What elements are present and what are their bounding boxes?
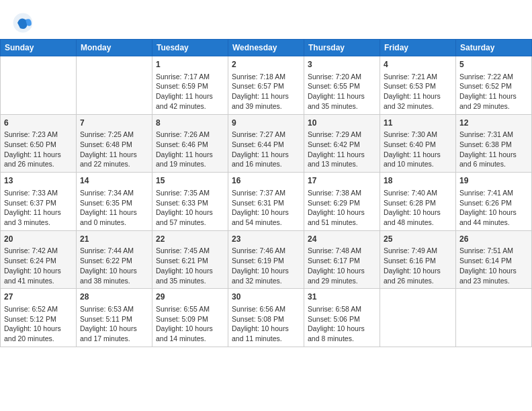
day-info: Sunrise: 7:45 AM Sunset: 6:21 PM Dayligh… bbox=[156, 246, 224, 285]
calendar-cell: 22Sunrise: 7:45 AM Sunset: 6:21 PM Dayli… bbox=[152, 230, 228, 289]
day-info: Sunrise: 7:29 AM Sunset: 6:42 PM Dayligh… bbox=[308, 130, 376, 169]
day-number: 9 bbox=[232, 118, 300, 129]
day-info: Sunrise: 7:26 AM Sunset: 6:46 PM Dayligh… bbox=[156, 130, 224, 169]
day-number: 16 bbox=[232, 175, 300, 187]
calendar-cell: 5Sunrise: 7:22 AM Sunset: 6:52 PM Daylig… bbox=[456, 56, 532, 115]
day-number: 29 bbox=[156, 291, 224, 303]
calendar-cell: 11Sunrise: 7:30 AM Sunset: 6:40 PM Dayli… bbox=[380, 114, 456, 173]
day-info: Sunrise: 6:52 AM Sunset: 5:12 PM Dayligh… bbox=[4, 304, 73, 344]
calendar-cell: 19Sunrise: 7:41 AM Sunset: 6:26 PM Dayli… bbox=[456, 173, 532, 231]
day-number: 2 bbox=[232, 59, 300, 71]
calendar-cell: 21Sunrise: 7:44 AM Sunset: 6:22 PM Dayli… bbox=[77, 230, 152, 289]
day-info: Sunrise: 6:55 AM Sunset: 5:09 PM Dayligh… bbox=[156, 304, 224, 344]
calendar-cell: 20Sunrise: 7:42 AM Sunset: 6:24 PM Dayli… bbox=[1, 230, 77, 289]
calendar-cell: 31Sunrise: 6:58 AM Sunset: 5:06 PM Dayli… bbox=[304, 289, 380, 347]
day-number: 3 bbox=[308, 59, 376, 71]
day-info: Sunrise: 6:56 AM Sunset: 5:08 PM Dayligh… bbox=[232, 304, 300, 344]
day-number: 5 bbox=[459, 59, 528, 71]
page-header bbox=[0, 0, 532, 39]
day-info: Sunrise: 7:20 AM Sunset: 6:55 PM Dayligh… bbox=[308, 72, 376, 111]
day-info: Sunrise: 7:31 AM Sunset: 6:38 PM Dayligh… bbox=[459, 130, 528, 169]
day-number: 6 bbox=[4, 118, 73, 129]
day-info: Sunrise: 7:25 AM Sunset: 6:48 PM Dayligh… bbox=[80, 130, 148, 169]
calendar-cell: 29Sunrise: 6:55 AM Sunset: 5:09 PM Dayli… bbox=[152, 289, 228, 347]
day-info: Sunrise: 7:42 AM Sunset: 6:24 PM Dayligh… bbox=[4, 246, 73, 285]
day-info: Sunrise: 7:22 AM Sunset: 6:52 PM Dayligh… bbox=[459, 72, 528, 111]
day-info: Sunrise: 7:40 AM Sunset: 6:28 PM Dayligh… bbox=[384, 188, 452, 228]
day-info: Sunrise: 7:51 AM Sunset: 6:14 PM Dayligh… bbox=[459, 246, 528, 285]
calendar-cell bbox=[456, 289, 532, 347]
day-number: 7 bbox=[80, 118, 148, 129]
day-number: 26 bbox=[459, 234, 528, 245]
day-info: Sunrise: 7:46 AM Sunset: 6:19 PM Dayligh… bbox=[232, 246, 300, 285]
day-number: 17 bbox=[308, 175, 376, 187]
day-info: Sunrise: 7:41 AM Sunset: 6:26 PM Dayligh… bbox=[459, 188, 528, 228]
calendar-cell: 26Sunrise: 7:51 AM Sunset: 6:14 PM Dayli… bbox=[456, 230, 532, 289]
calendar-cell: 15Sunrise: 7:35 AM Sunset: 6:33 PM Dayli… bbox=[152, 173, 228, 231]
day-number: 19 bbox=[459, 175, 528, 187]
day-number: 15 bbox=[156, 175, 224, 187]
col-monday: Monday bbox=[77, 40, 152, 56]
day-number: 25 bbox=[384, 234, 452, 245]
day-number: 11 bbox=[384, 118, 452, 129]
calendar-cell bbox=[1, 56, 77, 115]
day-number: 8 bbox=[156, 118, 224, 129]
calendar-cell: 1Sunrise: 7:17 AM Sunset: 6:59 PM Daylig… bbox=[152, 56, 228, 115]
calendar-cell: 25Sunrise: 7:49 AM Sunset: 6:16 PM Dayli… bbox=[380, 230, 456, 289]
calendar-cell bbox=[77, 56, 152, 115]
day-info: Sunrise: 7:30 AM Sunset: 6:40 PM Dayligh… bbox=[384, 130, 452, 169]
calendar-cell: 14Sunrise: 7:34 AM Sunset: 6:35 PM Dayli… bbox=[77, 173, 152, 231]
day-info: Sunrise: 7:35 AM Sunset: 6:33 PM Dayligh… bbox=[156, 188, 224, 228]
day-number: 22 bbox=[156, 234, 224, 245]
day-number: 10 bbox=[308, 118, 376, 129]
calendar-cell bbox=[380, 289, 456, 347]
day-info: Sunrise: 6:58 AM Sunset: 5:06 PM Dayligh… bbox=[308, 304, 376, 344]
day-info: Sunrise: 7:37 AM Sunset: 6:31 PM Dayligh… bbox=[232, 188, 300, 228]
calendar-cell: 27Sunrise: 6:52 AM Sunset: 5:12 PM Dayli… bbox=[1, 289, 77, 347]
day-info: Sunrise: 7:21 AM Sunset: 6:53 PM Dayligh… bbox=[384, 72, 452, 111]
day-info: Sunrise: 7:17 AM Sunset: 6:59 PM Dayligh… bbox=[156, 72, 224, 111]
calendar-cell: 16Sunrise: 7:37 AM Sunset: 6:31 PM Dayli… bbox=[228, 173, 304, 231]
day-number: 23 bbox=[232, 234, 300, 245]
calendar-week-5: 27Sunrise: 6:52 AM Sunset: 5:12 PM Dayli… bbox=[1, 289, 532, 347]
day-number: 31 bbox=[308, 291, 376, 303]
day-info: Sunrise: 7:18 AM Sunset: 6:57 PM Dayligh… bbox=[232, 72, 300, 111]
calendar-cell: 8Sunrise: 7:26 AM Sunset: 6:46 PM Daylig… bbox=[152, 114, 228, 173]
day-number: 27 bbox=[4, 291, 73, 303]
col-sunday: Sunday bbox=[1, 40, 77, 56]
calendar-week-1: 1Sunrise: 7:17 AM Sunset: 6:59 PM Daylig… bbox=[1, 56, 532, 115]
day-number: 20 bbox=[4, 234, 73, 245]
logo bbox=[12, 12, 38, 34]
day-info: Sunrise: 7:44 AM Sunset: 6:22 PM Dayligh… bbox=[80, 246, 148, 285]
calendar-cell: 30Sunrise: 6:56 AM Sunset: 5:08 PM Dayli… bbox=[228, 289, 304, 347]
calendar-week-4: 20Sunrise: 7:42 AM Sunset: 6:24 PM Dayli… bbox=[1, 230, 532, 289]
calendar-cell: 28Sunrise: 6:53 AM Sunset: 5:11 PM Dayli… bbox=[77, 289, 152, 347]
logo-icon bbox=[12, 12, 34, 34]
day-number: 13 bbox=[4, 175, 73, 187]
calendar-week-2: 6Sunrise: 7:23 AM Sunset: 6:50 PM Daylig… bbox=[1, 114, 532, 173]
day-info: Sunrise: 7:33 AM Sunset: 6:37 PM Dayligh… bbox=[4, 188, 73, 228]
calendar-cell: 24Sunrise: 7:48 AM Sunset: 6:17 PM Dayli… bbox=[304, 230, 380, 289]
col-wednesday: Wednesday bbox=[228, 40, 304, 56]
col-thursday: Thursday bbox=[304, 40, 380, 56]
day-number: 18 bbox=[384, 175, 452, 187]
calendar-cell: 17Sunrise: 7:38 AM Sunset: 6:29 PM Dayli… bbox=[304, 173, 380, 231]
day-number: 28 bbox=[80, 291, 148, 303]
day-number: 14 bbox=[80, 175, 148, 187]
calendar-cell: 7Sunrise: 7:25 AM Sunset: 6:48 PM Daylig… bbox=[77, 114, 152, 173]
calendar-cell: 10Sunrise: 7:29 AM Sunset: 6:42 PM Dayli… bbox=[304, 114, 380, 173]
day-info: Sunrise: 7:23 AM Sunset: 6:50 PM Dayligh… bbox=[4, 130, 73, 169]
calendar-cell: 23Sunrise: 7:46 AM Sunset: 6:19 PM Dayli… bbox=[228, 230, 304, 289]
day-number: 1 bbox=[156, 59, 224, 71]
day-info: Sunrise: 6:53 AM Sunset: 5:11 PM Dayligh… bbox=[80, 304, 148, 344]
calendar-cell: 6Sunrise: 7:23 AM Sunset: 6:50 PM Daylig… bbox=[1, 114, 77, 173]
day-info: Sunrise: 7:38 AM Sunset: 6:29 PM Dayligh… bbox=[308, 188, 376, 228]
calendar-cell: 4Sunrise: 7:21 AM Sunset: 6:53 PM Daylig… bbox=[380, 56, 456, 115]
day-info: Sunrise: 7:49 AM Sunset: 6:16 PM Dayligh… bbox=[384, 246, 452, 285]
calendar-cell: 9Sunrise: 7:27 AM Sunset: 6:44 PM Daylig… bbox=[228, 114, 304, 173]
calendar-header-row: Sunday Monday Tuesday Wednesday Thursday… bbox=[1, 40, 532, 56]
day-number: 4 bbox=[384, 59, 452, 71]
calendar-cell: 18Sunrise: 7:40 AM Sunset: 6:28 PM Dayli… bbox=[380, 173, 456, 231]
calendar-table: Sunday Monday Tuesday Wednesday Thursday… bbox=[0, 39, 532, 347]
calendar-cell: 13Sunrise: 7:33 AM Sunset: 6:37 PM Dayli… bbox=[1, 173, 77, 231]
